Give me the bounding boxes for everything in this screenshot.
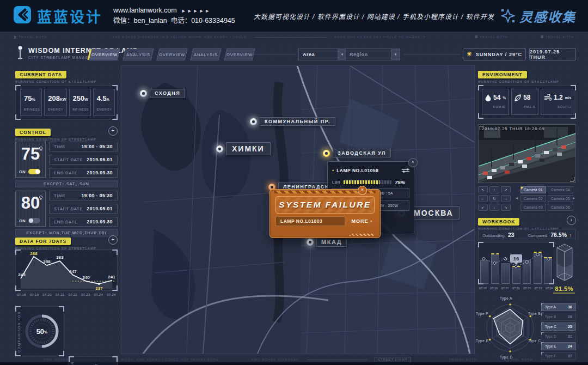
start-date-row: START DATE2019.05.01 bbox=[49, 204, 118, 214]
except-bar-1: EXCEPT：SAT、SUN bbox=[15, 180, 118, 187]
wind-icon bbox=[544, 94, 552, 101]
week-data-panel: DATA FOR 7DAYS RUNNING CONDITION OF STRE… bbox=[15, 235, 118, 304]
control-panel: CONTROL RUNNING CONDITION OF STREETLAMP … bbox=[15, 126, 118, 235]
tab-analysis-1[interactable]: ANALYSIS bbox=[122, 48, 154, 60]
pm25-card: 58 PM2.5 bbox=[511, 89, 538, 115]
type-b-row[interactable]: Type B28 bbox=[541, 313, 576, 321]
comparison-gauge-1: COMPARISON FOR 50% bbox=[15, 306, 64, 356]
expand-button[interactable]: › bbox=[567, 216, 576, 225]
close-icon[interactable]: × bbox=[358, 186, 367, 195]
brand-name: 蓝蓝设计 bbox=[37, 5, 102, 27]
website-link[interactable]: www.lanlanwork.com bbox=[113, 7, 177, 14]
map-label-khimki[interactable]: ХИМКИ bbox=[216, 142, 271, 155]
alert-title: SYSTEM FAILURE bbox=[275, 196, 375, 214]
pan-right-button[interactable]: → bbox=[501, 195, 511, 202]
toggle-off[interactable] bbox=[28, 218, 40, 223]
week-x-axis: 07.1807.1907.2007.2107.2207.2307.2407.24 bbox=[15, 293, 118, 296]
prev-cameras-button[interactable]: ◂ bbox=[514, 194, 519, 202]
svg-text:263: 263 bbox=[56, 255, 64, 260]
svg-text:243: 243 bbox=[18, 272, 26, 277]
area-select[interactable]: Area ▾ bbox=[298, 48, 347, 60]
map-label-mkad[interactable]: МКАД bbox=[307, 237, 347, 247]
map-label-zavodskaya[interactable]: ЗАВОДСКАЯ УЛ bbox=[323, 149, 391, 157]
add-schedule-button[interactable]: + bbox=[108, 126, 118, 136]
end-date-row: END DATE2019.09.30 bbox=[49, 168, 118, 178]
map-label-skhodnya[interactable]: СХОДНЯ bbox=[140, 89, 185, 98]
type-f-row[interactable]: Type F37 bbox=[541, 352, 576, 360]
lamp-pin-icon[interactable] bbox=[140, 90, 147, 97]
camera-04-button[interactable]: Camera 04 bbox=[548, 186, 573, 193]
camera-06-button[interactable]: Camera 06 bbox=[548, 204, 573, 211]
city-map[interactable]: СХОДНЯ КОММУНАЛЬНЫЙ ПР. ХИМКИ ЗАВОДСКАЯ … bbox=[121, 65, 475, 354]
expand-button[interactable]: + bbox=[108, 235, 118, 245]
svg-text:247: 247 bbox=[69, 269, 77, 274]
lamp-pin-icon[interactable] bbox=[307, 239, 314, 246]
type-e-row[interactable]: Type E24 bbox=[541, 342, 576, 350]
pan-down-left-button[interactable]: ↙ bbox=[478, 204, 488, 211]
radar-label-c: Type C bbox=[528, 339, 541, 343]
lamp-pin-icon[interactable] bbox=[216, 145, 223, 153]
more-button[interactable]: MORE › bbox=[350, 217, 375, 226]
radar-chart: Type A Type B Type C Type D Type E Type … bbox=[478, 296, 540, 362]
pan-up-left-button[interactable]: ↖ bbox=[478, 186, 488, 193]
humidity-card: 54% HUMID bbox=[482, 89, 509, 115]
gauge-label: COMPARISON FOR bbox=[17, 311, 21, 352]
type-d-row[interactable]: Type D31 bbox=[541, 332, 576, 340]
camera-02-button[interactable]: Camera 02 bbox=[520, 195, 546, 202]
type-list: Type A36 Type B28 Type C25 Type D31 Type… bbox=[541, 303, 576, 362]
tab-analysis-2[interactable]: ANALYSIS bbox=[190, 48, 221, 60]
system-failure-alert: × SYSTEM FAILURE LAMP NO.L01803 MORE › bbox=[270, 189, 381, 238]
svg-text:240: 240 bbox=[82, 275, 90, 280]
app-root: 蓝蓝设计 www.lanlanwork.com►►►►► 微信：ben_lanl… bbox=[0, 0, 588, 365]
lbn-label: LBN bbox=[332, 180, 340, 184]
reset-view-button[interactable]: ↻ bbox=[489, 195, 499, 202]
control-block-1: 75 ON TIME19:00 - 05:30 START DATE2019.0… bbox=[15, 142, 118, 178]
camera-01-button[interactable]: Camera 01 bbox=[520, 186, 546, 193]
map-label-kommunalny[interactable]: КОММУНАЛЬНЫЙ ПР. bbox=[250, 117, 335, 126]
tab-overview-3[interactable]: OVERVIEW bbox=[224, 48, 255, 60]
droplet-icon bbox=[485, 94, 491, 101]
pan-down-button[interactable]: ↓ bbox=[489, 204, 499, 211]
lamp-pin-icon[interactable] bbox=[250, 118, 257, 125]
time-row: TIME19:00 - 05:30 bbox=[49, 191, 118, 200]
current-data-panel: CURRENT DATA RUNNING CONDITION OF STREET… bbox=[15, 69, 118, 124]
pan-up-right-button[interactable]: ↗ bbox=[501, 186, 511, 193]
date-text: 2019.07.25 THUR bbox=[530, 49, 575, 60]
close-icon[interactable]: × bbox=[408, 158, 418, 167]
gauge-value: 46% bbox=[75, 361, 115, 365]
weather-text: SUNNDAY / 29°C bbox=[476, 52, 522, 57]
camera-05-button[interactable]: Camera 05 bbox=[548, 195, 573, 202]
camera-panel: 2019.07.25 THUR 18:26:09 bbox=[478, 124, 576, 212]
phone-label: 电话：010-63334945 bbox=[171, 17, 235, 25]
workbook-total: 81.5% bbox=[553, 285, 575, 294]
radar-label-f: Type F bbox=[476, 312, 488, 315]
region-select[interactable]: Region ▾ bbox=[345, 48, 400, 60]
tab-overview-1[interactable]: OVERVIEW bbox=[89, 48, 120, 60]
next-cameras-button[interactable]: ▸ bbox=[572, 194, 576, 202]
camera-dpad: ↖ ↑ ↗ ← ↻ → ↙ ↓ ↘ bbox=[478, 186, 511, 211]
gauge-label: COMPARISON FOR bbox=[71, 361, 74, 365]
pan-left-button[interactable]: ← bbox=[478, 195, 488, 202]
cube-gauge bbox=[555, 242, 574, 287]
alert-lamp-id: LAMP NO.L01803 bbox=[275, 216, 345, 226]
sliders-icon[interactable] bbox=[402, 166, 409, 175]
bulb-icon bbox=[39, 144, 43, 154]
radar-label-a: Type A bbox=[500, 296, 512, 300]
gauge-value: 50% bbox=[22, 311, 62, 351]
type-c-row[interactable]: Type C25 bbox=[541, 323, 576, 331]
type-a-row[interactable]: Type A36 bbox=[541, 303, 576, 311]
weather-box: ☀ SUNNDAY / 29°C bbox=[463, 48, 526, 60]
pan-up-button[interactable]: ↑ bbox=[489, 186, 499, 193]
camera-list: Camera 01 Camera 02 Camera 03 Camera 04 … bbox=[520, 186, 573, 211]
stat-grid: 75% BRINESS 208KW ENERGY 250W BRINESS 4.… bbox=[15, 85, 118, 120]
stat-energy-kw: 208KW ENERGY bbox=[44, 89, 66, 116]
lamp-pin-yellow-icon[interactable] bbox=[323, 150, 330, 157]
tab-overview-2[interactable]: OVERVIEW bbox=[156, 48, 187, 60]
camera-03-button[interactable]: Camera 03 bbox=[520, 204, 546, 211]
chevron-down-icon[interactable]: ▾ bbox=[391, 49, 400, 60]
pan-down-right-button[interactable]: ↘ bbox=[501, 204, 511, 211]
camera-feed[interactable]: 2019.07.25 THUR 18:26:09 bbox=[478, 124, 576, 183]
toggle-on[interactable] bbox=[28, 169, 40, 174]
svg-text:241: 241 bbox=[108, 275, 115, 279]
divider bbox=[246, 54, 296, 54]
